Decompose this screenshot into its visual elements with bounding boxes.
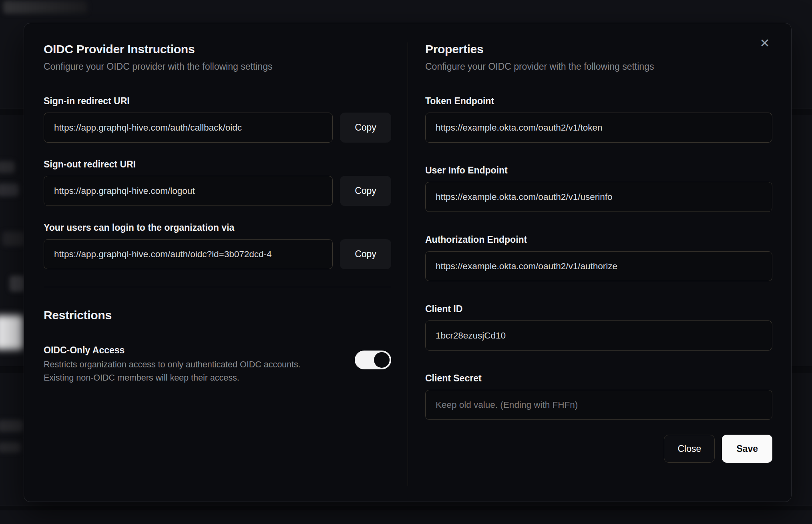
- sign-out-redirect-label: Sign-out redirect URI: [44, 159, 391, 170]
- description-line-1: Restricts organization access to only au…: [44, 358, 301, 371]
- copy-org-login-button[interactable]: Copy: [340, 239, 391, 269]
- properties-pane: Properties Configure your OIDC provider …: [408, 23, 791, 502]
- backdrop-artifact: [2, 232, 25, 246]
- authorization-endpoint-input[interactable]: [425, 251, 772, 281]
- toggle-knob: [374, 352, 390, 368]
- client-secret-label: Client Secret: [425, 373, 772, 384]
- instructions-title: OIDC Provider Instructions: [44, 42, 391, 57]
- client-id-input[interactable]: [425, 320, 772, 351]
- client-secret-input[interactable]: [425, 390, 772, 420]
- backdrop-artifact: [0, 183, 19, 196]
- description-line-2: Existing non-OIDC members will keep thei…: [44, 371, 301, 385]
- sign-in-redirect-label: Sign-in redirect URI: [44, 95, 391, 107]
- modal-footer: Close Save: [425, 435, 772, 463]
- oidc-only-access-text: OIDC-Only Access Restricts organization …: [44, 345, 301, 385]
- authorization-endpoint-label: Authorization Endpoint: [425, 234, 772, 245]
- section-divider: [44, 287, 391, 287]
- sign-out-redirect-row: Copy: [44, 176, 391, 206]
- oidc-only-access-label: OIDC-Only Access: [44, 345, 301, 356]
- oidc-settings-modal: OIDC Provider Instructions Configure you…: [24, 23, 792, 502]
- org-login-url-input[interactable]: [44, 239, 333, 269]
- token-endpoint-row: [425, 113, 772, 143]
- properties-title: Properties: [425, 42, 772, 57]
- instructions-subtitle: Configure your OIDC provider with the fo…: [44, 60, 391, 73]
- sign-in-redirect-row: Copy: [44, 113, 391, 143]
- token-endpoint-label: Token Endpoint: [425, 95, 772, 107]
- user-info-endpoint-input[interactable]: [425, 182, 772, 212]
- sign-in-redirect-input[interactable]: [44, 113, 333, 143]
- copy-sign-in-button[interactable]: Copy: [340, 113, 391, 143]
- backdrop-artifact: [10, 276, 25, 292]
- restrictions-title: Restrictions: [44, 308, 391, 322]
- oidc-only-access-row: OIDC-Only Access Restricts organization …: [44, 345, 391, 385]
- oidc-only-access-toggle[interactable]: [355, 351, 391, 369]
- client-id-label: Client ID: [425, 303, 772, 314]
- user-info-endpoint-row: [425, 182, 772, 212]
- properties-subtitle: Configure your OIDC provider with the fo…: [425, 60, 772, 73]
- close-button[interactable]: Close: [664, 435, 715, 463]
- authorization-endpoint-row: [425, 251, 772, 281]
- backdrop-artifact: [0, 161, 15, 173]
- save-button[interactable]: Save: [722, 435, 772, 463]
- sign-out-redirect-input[interactable]: [44, 176, 333, 206]
- backdrop-button-blur: [0, 315, 23, 350]
- copy-sign-out-button[interactable]: Copy: [340, 176, 391, 206]
- oidc-only-access-description: Restricts organization access to only au…: [44, 358, 301, 385]
- org-login-url-row: Copy: [44, 239, 391, 269]
- instructions-pane: OIDC Provider Instructions Configure you…: [24, 23, 408, 502]
- org-login-url-label: Your users can login to the organization…: [44, 222, 391, 233]
- backdrop-artifact: [0, 442, 21, 453]
- backdrop-logo-blur: [3, 1, 87, 14]
- user-info-endpoint-label: User Info Endpoint: [425, 165, 772, 176]
- backdrop-row-stripe: [0, 506, 812, 510]
- backdrop-artifact: [0, 420, 23, 432]
- token-endpoint-input[interactable]: [425, 113, 772, 143]
- close-icon[interactable]: ✕: [756, 34, 774, 52]
- client-secret-row: [425, 390, 772, 420]
- client-id-row: [425, 320, 772, 351]
